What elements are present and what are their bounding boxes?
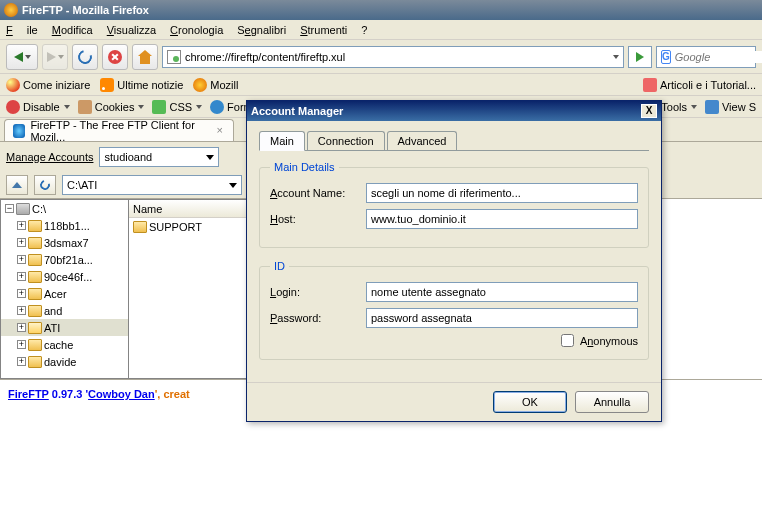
menu-help[interactable]: ? [361,24,367,36]
url-input[interactable] [185,51,607,63]
folder-icon [133,221,147,233]
local-path-field[interactable]: C:\ATI [62,175,242,195]
bookmark-mozilla[interactable]: Mozill [193,78,238,92]
dialog-title: Account Manager [251,105,343,117]
dialog-buttons: OK Annulla [247,382,661,421]
menu-file[interactable]: File [6,24,38,36]
bookmark-ultime-notizie[interactable]: Ultime notizie [100,78,183,92]
expand-icon[interactable]: + [17,238,26,247]
expand-icon[interactable]: + [17,357,26,366]
expand-icon[interactable]: + [17,306,26,315]
expand-icon[interactable]: + [17,289,26,298]
arrow-left-icon [14,52,23,62]
menu-tools[interactable]: Strumenti [300,24,347,36]
search-input[interactable] [675,51,762,63]
version-name[interactable]: Cowboy Dan [88,388,155,400]
back-button[interactable] [6,44,38,70]
menu-history[interactable]: Cronologia [170,24,223,36]
collapse-icon[interactable]: − [5,204,14,213]
expand-icon[interactable]: + [17,221,26,230]
id-legend: ID [270,260,289,272]
close-icon[interactable]: X [641,104,657,118]
firefox-icon [4,3,18,17]
menu-view[interactable]: Visualizza [107,24,156,36]
folder-icon [28,305,42,317]
chevron-down-icon[interactable] [613,55,619,59]
dev-disable[interactable]: Disable [6,100,70,114]
folder-icon [28,237,42,249]
bookmark-icon [643,78,657,92]
tree-node[interactable]: +davide [1,353,128,370]
menu-bookmarks[interactable]: Segnalibri [237,24,286,36]
account-name-field[interactable] [366,183,638,203]
forward-button[interactable] [42,44,68,70]
folder-icon [28,356,42,368]
expand-icon[interactable]: + [17,340,26,349]
account-combo[interactable]: studioand [99,147,219,167]
reload-button[interactable] [72,44,98,70]
tab-connection[interactable]: Connection [307,131,385,150]
search-box[interactable]: G [656,46,756,68]
expand-icon[interactable]: + [17,255,26,264]
local-up-button[interactable] [6,175,28,195]
anonymous-label[interactable]: Anonymous [580,335,638,347]
tree-node[interactable]: +90ce46f... [1,268,128,285]
manage-accounts-link[interactable]: Manage Accounts [6,151,93,163]
tree-node[interactable]: +cache [1,336,128,353]
dev-css[interactable]: CSS [152,100,202,114]
bookmark-articoli[interactable]: Articoli e i Tutorial... [643,78,756,92]
folder-tree[interactable]: −C:\ +118bb1...+3dsmax7+70bf21a...+90ce4… [0,199,128,379]
bookmark-toolbar: Come iniziare Ultime notizie Mozill Arti… [0,74,762,96]
tab-advanced[interactable]: Advanced [387,131,458,150]
stop-icon [108,50,122,64]
page-icon [167,50,181,64]
tree-node[interactable]: +118bb1... [1,217,128,234]
firefox-icon [193,78,207,92]
anonymous-checkbox[interactable] [561,334,574,347]
menubar: File Modifica Visualizza Cronologia Segn… [0,20,762,40]
menu-edit[interactable]: Modifica [52,24,93,36]
up-icon [12,182,22,188]
login-label: Login: [270,286,358,298]
window-titlebar: FireFTP - Mozilla Firefox [0,0,762,20]
cancel-button[interactable]: Annulla [575,391,649,413]
tree-node[interactable]: +and [1,302,128,319]
tab-fireftp[interactable]: FireFTP - The Free FTP Client for Mozil.… [4,119,234,141]
dialog-titlebar[interactable]: Account Manager X [247,101,661,121]
close-icon[interactable]: × [214,125,225,137]
reload-icon [38,178,52,192]
rss-icon [100,78,114,92]
folder-icon [28,322,42,334]
google-icon[interactable]: G [661,50,671,64]
ok-button[interactable]: OK [493,391,567,413]
tab-main[interactable]: Main [259,131,305,151]
reload-icon [75,47,94,66]
stop-button[interactable] [102,44,128,70]
fireftp-icon [13,124,25,138]
local-refresh-button[interactable] [34,175,56,195]
url-bar[interactable] [162,46,624,68]
chevron-down-icon [25,55,31,59]
dev-cookies[interactable]: Cookies [78,100,145,114]
tree-node[interactable]: +Acer [1,285,128,302]
tree-node[interactable]: +70bf21a... [1,251,128,268]
tree-root[interactable]: −C:\ [1,200,128,217]
account-name-label: Account Name: [270,187,358,199]
password-field[interactable] [366,308,638,328]
tree-node[interactable]: +3dsmax7 [1,234,128,251]
expand-icon[interactable]: + [17,272,26,281]
nav-toolbar: G [0,40,762,74]
tab-title: FireFTP - The Free FTP Client for Mozil.… [30,119,209,143]
arrow-right-icon [47,52,56,62]
home-button[interactable] [132,44,158,70]
dialog-tabs: Main Connection Advanced [259,131,649,151]
expand-icon[interactable]: + [17,323,26,332]
tree-node[interactable]: +ATI [1,319,128,336]
dev-view-source[interactable]: View S [705,100,756,114]
folder-icon [28,288,42,300]
host-field[interactable] [366,209,638,229]
bookmark-come-iniziare[interactable]: Come iniziare [6,78,90,92]
fireftp-link[interactable]: FireFTP [8,388,49,400]
login-field[interactable] [366,282,638,302]
go-button[interactable] [628,46,652,68]
